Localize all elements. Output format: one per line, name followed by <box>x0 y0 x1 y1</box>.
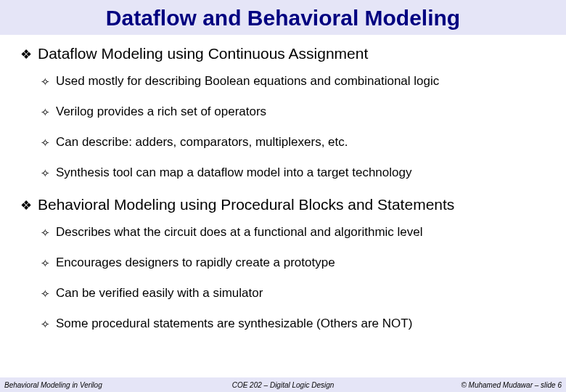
slide-body: ❖ Dataflow Modeling using Continuous Ass… <box>0 35 566 332</box>
footer-center: COE 202 – Digital Logic Design <box>190 381 376 389</box>
diamond-open-icon: ✧ <box>41 225 50 241</box>
diamond-solid-icon: ❖ <box>20 196 32 215</box>
slide-title: Dataflow and Behavioral Modeling <box>0 6 566 30</box>
list-item: ✧ Can be verified easily with a simulato… <box>41 286 546 302</box>
list-item: ✧ Describes what the circuit does at a f… <box>41 225 546 241</box>
title-band: Dataflow and Behavioral Modeling <box>0 0 566 35</box>
slide-footer: Behavioral Modeling in Verilog COE 202 –… <box>0 377 566 392</box>
footer-right: © Muhamed Mudawar – slide 6 <box>376 381 562 389</box>
list-item: ✧ Encourages designers to rapidly create… <box>41 256 546 271</box>
item-text: Verilog provides a rich set of operators <box>56 105 266 119</box>
list-item: ✧ Used mostly for describing Boolean equ… <box>41 74 546 90</box>
list-item: ✧ Verilog provides a rich set of operato… <box>41 105 546 121</box>
item-text: Synthesis tool can map a dataflow model … <box>56 166 411 180</box>
list-item: ✧ Synthesis tool can map a dataflow mode… <box>41 166 546 181</box>
diamond-solid-icon: ❖ <box>20 45 32 64</box>
diamond-open-icon: ✧ <box>41 105 50 121</box>
item-text: Encourages designers to rapidly create a… <box>56 256 335 270</box>
diamond-open-icon: ✧ <box>41 317 50 332</box>
item-text: Can be verified easily with a simulator <box>56 286 263 301</box>
item-text: Used mostly for describing Boolean equat… <box>56 74 439 89</box>
item-text: Describes what the circuit does at a fun… <box>56 225 423 240</box>
diamond-open-icon: ✧ <box>41 286 50 302</box>
diamond-open-icon: ✧ <box>41 256 50 271</box>
diamond-open-icon: ✧ <box>41 166 50 181</box>
section-heading: ❖ Dataflow Modeling using Continuous Ass… <box>20 45 546 64</box>
diamond-open-icon: ✧ <box>41 135 50 151</box>
item-text: Some procedural statements are synthesiz… <box>56 317 412 331</box>
item-text: Can describe: adders, comparators, multi… <box>56 135 348 150</box>
list-item: ✧ Some procedural statements are synthes… <box>41 317 546 332</box>
section-heading: ❖ Behavioral Modeling using Procedural B… <box>20 196 546 215</box>
diamond-open-icon: ✧ <box>41 74 50 90</box>
list-item: ✧ Can describe: adders, comparators, mul… <box>41 135 546 151</box>
footer-left: Behavioral Modeling in Verilog <box>4 381 190 389</box>
heading-text: Behavioral Modeling using Procedural Blo… <box>38 196 454 213</box>
heading-text: Dataflow Modeling using Continuous Assig… <box>38 45 368 62</box>
